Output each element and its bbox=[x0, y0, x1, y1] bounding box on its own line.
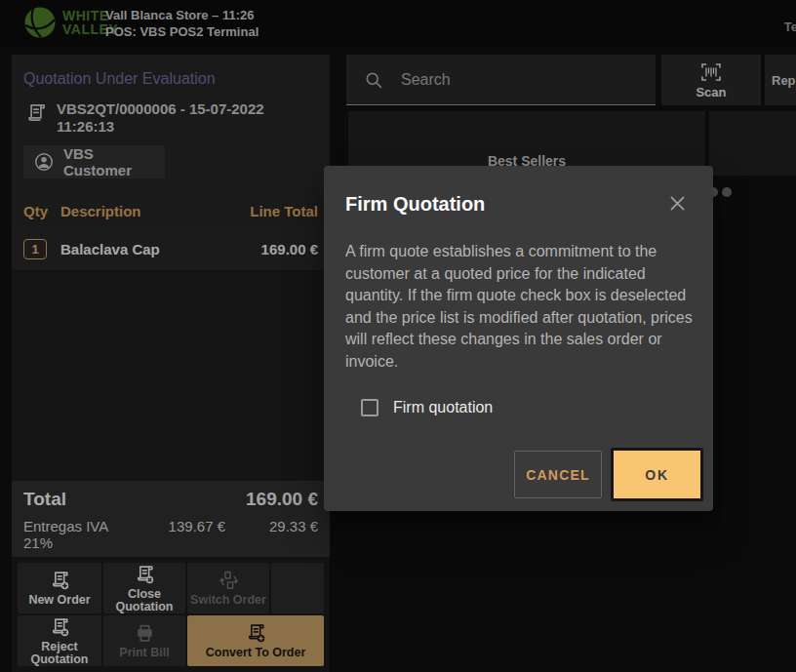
dialog-footer: CANCEL OK bbox=[514, 448, 703, 501]
firm-quotation-dialog: Firm Quotation A firm quote establishes … bbox=[324, 166, 713, 511]
dialog-body-text: A firm quote establishes a commitment to… bbox=[345, 241, 693, 373]
close-icon[interactable] bbox=[663, 189, 692, 217]
cancel-button[interactable]: CANCEL bbox=[514, 451, 602, 498]
checkbox-label: Firm quotation bbox=[393, 399, 493, 416]
firm-quotation-checkbox-row[interactable]: Firm quotation bbox=[361, 399, 692, 416]
ok-button[interactable]: OK bbox=[611, 448, 703, 501]
dialog-title: Firm Quotation bbox=[345, 193, 663, 216]
checkbox-unchecked-icon[interactable] bbox=[361, 399, 378, 416]
